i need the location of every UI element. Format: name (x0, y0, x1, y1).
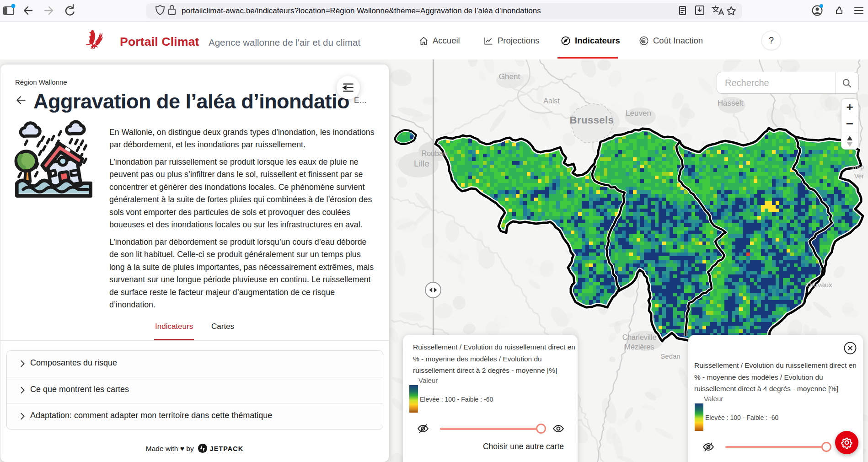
svg-text:Ver: Ver (854, 172, 864, 180)
svg-text:Charleville: Charleville (622, 333, 657, 341)
svg-text:Clervaux: Clervaux (805, 281, 832, 289)
svg-text:Roubaix: Roubaix (422, 150, 449, 157)
svg-text:Sedan: Sedan (660, 352, 680, 360)
svg-text:Hasselt: Hasselt (718, 99, 744, 107)
svg-text:Lille: Lille (414, 159, 429, 168)
svg-text:Brussels: Brussels (570, 114, 614, 126)
svg-text:Leuven: Leuven (626, 109, 651, 118)
svg-text:Ghent: Ghent (499, 72, 520, 81)
svg-text:Aalst: Aalst (543, 97, 560, 105)
svg-text:Mézières: Mézières (625, 343, 654, 351)
svg-text:iturp: iturp (852, 163, 864, 171)
